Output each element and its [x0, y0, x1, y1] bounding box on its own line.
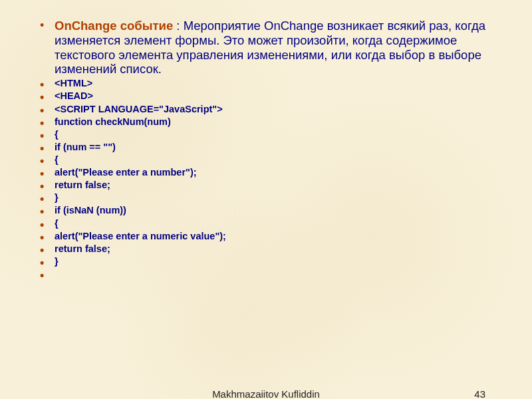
code-line: <SCRIPT LANGUAGE="JavaScript"> — [32, 104, 500, 115]
heading-bullet: OnChange событие : Мероприятие OnChange … — [32, 19, 500, 76]
code-line: { — [32, 218, 500, 229]
footer-page-number: 43 — [474, 388, 485, 399]
code-line: <HEAD> — [32, 90, 500, 102]
code-line: return false; — [32, 243, 500, 255]
code-line: alert("Please enter a number"); — [32, 167, 500, 178]
code-line: function checkNum(num) — [32, 116, 500, 128]
slide: OnChange событие : Мероприятие OnChange … — [0, 0, 532, 267]
code-line: { — [32, 129, 500, 140]
code-line: <HTML> — [32, 78, 500, 89]
bullet-list: OnChange событие : Мероприятие OnChange … — [32, 19, 500, 267]
code-line: if (isNaN (num)) — [32, 205, 500, 216]
code-line: { — [32, 154, 500, 166]
code-line: } — [32, 256, 500, 267]
heading-title: OnChange событие — [55, 19, 173, 33]
code-line: } — [32, 192, 500, 203]
code-line: alert("Please enter a numeric value"); — [32, 231, 500, 242]
code-line: if (num == "") — [32, 142, 500, 153]
footer-author: Makhmazaiitov Kufliddin — [0, 388, 532, 399]
code-line: return false; — [32, 180, 500, 191]
